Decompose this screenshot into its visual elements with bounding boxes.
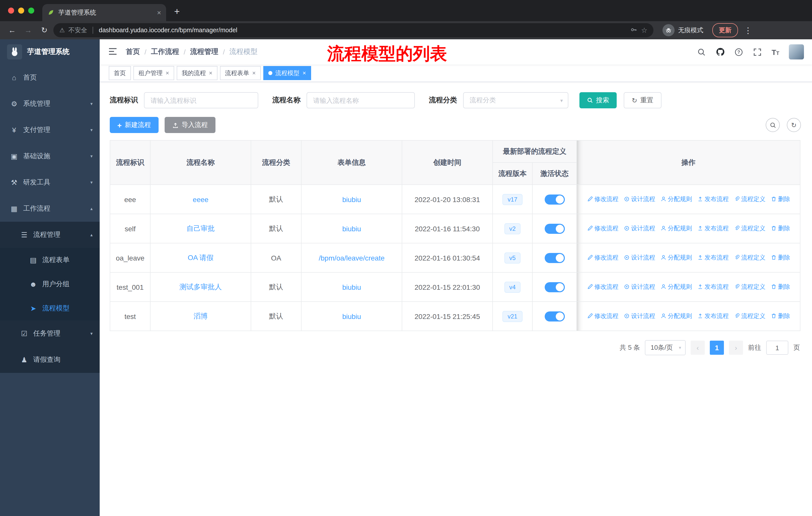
form-info-link[interactable]: biubiu (342, 312, 361, 320)
publish-process-link[interactable]: 发布流程 (697, 224, 729, 233)
sidebar-item-leave-query[interactable]: ♟ 请假查询 (0, 347, 100, 373)
back-button[interactable]: ← (5, 23, 19, 37)
delete-link[interactable]: 删除 (771, 224, 790, 233)
sidebar-item-workflow[interactable]: ▦ 工作流程 ▴ (0, 195, 100, 222)
window-close-button[interactable] (8, 7, 14, 13)
assign-rule-link[interactable]: 分配规则 (660, 195, 692, 203)
sidebar-item-task-management[interactable]: ☑ 任务管理 ▾ (0, 321, 100, 347)
form-info-link[interactable]: biubiu (342, 283, 361, 291)
process-definition-link[interactable]: 流程定义 (734, 224, 765, 233)
publish-process-link[interactable]: 发布流程 (697, 283, 729, 291)
next-page-button[interactable]: › (729, 341, 743, 355)
breadcrumb-workflow[interactable]: 工作流程 (151, 47, 179, 56)
process-name-input[interactable] (307, 92, 415, 108)
design-process-link[interactable]: 设计流程 (624, 312, 655, 321)
browser-menu-icon[interactable]: ⋮ (744, 25, 752, 35)
publish-process-link[interactable]: 发布流程 (697, 195, 729, 203)
publish-process-link[interactable]: 发布流程 (697, 312, 729, 321)
process-definition-link[interactable]: 流程定义 (734, 195, 765, 203)
form-info-link[interactable]: /bpm/oa/leave/create (319, 254, 385, 262)
toggle-search-button[interactable] (766, 118, 780, 132)
refresh-table-button[interactable]: ↻ (787, 118, 801, 132)
active-toggle[interactable] (545, 311, 564, 321)
tag-close-icon[interactable]: × (166, 70, 169, 77)
sidebar-item-payment[interactable]: ¥ 支付管理 ▾ (0, 117, 100, 143)
assign-rule-link[interactable]: 分配规则 (660, 312, 692, 321)
form-info-link[interactable]: biubiu (342, 224, 361, 233)
update-chip[interactable]: 更新 (712, 23, 738, 37)
breadcrumb-home[interactable]: 首页 (126, 47, 140, 56)
process-definition-link[interactable]: 流程定义 (734, 312, 765, 321)
font-size-icon[interactable]: TT (772, 48, 779, 56)
sidebar-item-infrastructure[interactable]: ▣ 基础设施 ▾ (0, 143, 100, 169)
active-toggle[interactable] (545, 223, 564, 234)
tag-close-icon[interactable]: × (302, 70, 306, 77)
page-number-button[interactable]: 1 (710, 341, 724, 355)
search-button[interactable]: 搜索 (579, 92, 617, 108)
process-name-link[interactable]: 滔博 (194, 312, 208, 320)
assign-rule-link[interactable]: 分配规则 (660, 283, 692, 291)
fullscreen-icon[interactable] (753, 47, 762, 56)
tag-home[interactable]: 首页 (109, 66, 131, 80)
bookmark-star-icon[interactable]: ☆ (641, 26, 647, 34)
tag-process-model[interactable]: 流程模型 × (263, 66, 311, 80)
user-avatar[interactable] (789, 44, 804, 59)
reload-button[interactable]: ↻ (37, 23, 51, 37)
process-category-select[interactable]: 流程分类 ▾ (463, 92, 568, 108)
delete-link[interactable]: 删除 (771, 253, 790, 262)
design-process-link[interactable]: 设计流程 (624, 195, 655, 203)
delete-link[interactable]: 删除 (771, 312, 790, 321)
window-minimize-button[interactable] (18, 7, 24, 13)
create-process-button[interactable]: + 新建流程 (110, 117, 158, 133)
form-info-link[interactable]: biubiu (342, 195, 361, 203)
assign-rule-link[interactable]: 分配规则 (660, 253, 692, 262)
tab-close-icon[interactable]: × (157, 8, 161, 17)
process-name-link[interactable]: eeee (193, 195, 208, 203)
sidebar-item-devtools[interactable]: ⚒ 研发工具 ▾ (0, 169, 100, 195)
sidebar-collapse-icon[interactable] (108, 46, 119, 57)
sidebar-item-process-form[interactable]: ▤ 流程表单 (0, 248, 100, 272)
process-definition-link[interactable]: 流程定义 (734, 253, 765, 262)
process-name-link[interactable]: OA 请假 (188, 253, 214, 261)
process-id-input[interactable] (144, 92, 258, 108)
sidebar-item-process-model[interactable]: ➤ 流程模型 (0, 296, 100, 321)
process-definition-link[interactable]: 流程定义 (734, 283, 765, 291)
design-process-link[interactable]: 设计流程 (624, 224, 655, 233)
page-size-select[interactable]: 10条/页 ▾ (645, 340, 686, 355)
active-toggle[interactable] (545, 282, 564, 292)
prev-page-button[interactable]: ‹ (691, 341, 705, 355)
modify-process-link[interactable]: 修改流程 (587, 224, 618, 233)
goto-page-input[interactable] (766, 341, 788, 355)
browser-tab[interactable]: 芋道管理系统 × (42, 4, 166, 21)
design-process-link[interactable]: 设计流程 (624, 253, 655, 262)
tag-process-form[interactable]: 流程表单 × (220, 66, 261, 80)
delete-link[interactable]: 删除 (771, 283, 790, 291)
sidebar-item-home[interactable]: ⌂ 首页 (0, 64, 100, 91)
active-toggle[interactable] (545, 194, 564, 204)
new-tab-button[interactable]: + (174, 6, 180, 17)
modify-process-link[interactable]: 修改流程 (587, 283, 618, 291)
sidebar-item-system[interactable]: ⚙ 系统管理 ▾ (0, 91, 100, 117)
process-name-link[interactable]: 自己审批 (186, 224, 215, 232)
reset-button[interactable]: ↻ 重置 (624, 92, 662, 108)
delete-link[interactable]: 删除 (771, 195, 790, 203)
password-key-icon[interactable] (631, 26, 638, 34)
tag-close-icon[interactable]: × (252, 70, 256, 77)
import-process-button[interactable]: 导入流程 (165, 117, 215, 133)
search-icon[interactable] (697, 47, 706, 56)
sidebar-item-process-management[interactable]: ☰ 流程管理 ▴ (0, 222, 100, 248)
design-process-link[interactable]: 设计流程 (624, 283, 655, 291)
modify-process-link[interactable]: 修改流程 (587, 253, 618, 262)
modify-process-link[interactable]: 修改流程 (587, 195, 618, 203)
active-toggle[interactable] (545, 253, 564, 263)
window-zoom-button[interactable] (28, 7, 34, 13)
assign-rule-link[interactable]: 分配规则 (660, 224, 692, 233)
publish-process-link[interactable]: 发布流程 (697, 253, 729, 262)
tag-tenant-management[interactable]: 租户管理 × (134, 66, 174, 80)
forward-button[interactable]: → (21, 23, 35, 37)
sidebar-item-user-group[interactable]: ☻ 用户分组 (0, 272, 100, 296)
breadcrumb-process-management[interactable]: 流程管理 (190, 47, 219, 56)
modify-process-link[interactable]: 修改流程 (587, 312, 618, 321)
address-bar[interactable]: ⚠ 不安全 dashboard.yudao.iocoder.cn/bpm/man… (53, 23, 654, 37)
tag-close-icon[interactable]: × (209, 70, 212, 77)
